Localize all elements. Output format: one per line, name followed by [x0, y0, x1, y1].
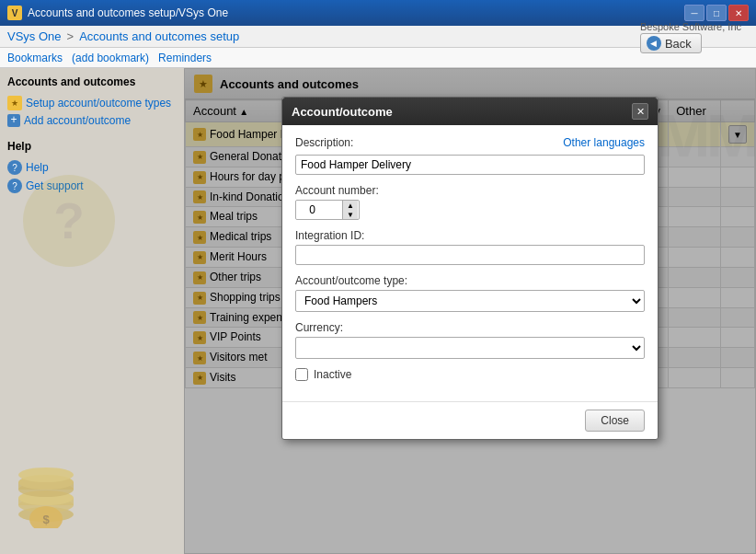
modal-title: Account/outcome [292, 105, 393, 119]
help-watermark: ? [23, 175, 115, 267]
account-number-label: Account number: [295, 184, 645, 197]
account-number-wrapper: ▲ ▼ [295, 200, 360, 220]
account-number-input[interactable] [296, 201, 342, 219]
add-bookmark-link[interactable]: (add bookmark) [72, 52, 149, 64]
nav-app-link[interactable]: VSys One [7, 29, 62, 43]
modal-footer: Close [282, 401, 658, 439]
close-button[interactable]: Close [585, 410, 645, 432]
add-link[interactable]: Add account/outcome [24, 114, 131, 127]
window-title: Accounts and outcomes setup/VSys One [28, 6, 228, 19]
currency-row: Currency: USD EUR GBP [295, 321, 645, 359]
nav-separator: > [67, 29, 74, 43]
sidebar-section-title: Accounts and outcomes [7, 75, 177, 88]
app-icon: V [7, 6, 22, 20]
bookmarks-link[interactable]: Bookmarks [7, 52, 63, 64]
integration-id-label: Integration ID: [295, 229, 645, 242]
nav-page-link[interactable]: Accounts and outcomes setup [79, 29, 239, 43]
modal-titlebar: Account/outcome ✕ [282, 98, 658, 125]
description-row: Description: Other languages [295, 136, 645, 175]
outcome-type-label: Account/outcome type: [295, 274, 645, 287]
help-section-title: Help [7, 140, 177, 153]
spin-down-button[interactable]: ▼ [343, 210, 358, 219]
back-icon: ◀ [647, 36, 661, 51]
inactive-checkbox[interactable] [295, 368, 308, 381]
modal-body: Description: Other languages Account num… [282, 125, 658, 401]
currency-label: Currency: [295, 321, 645, 334]
coin-stack-watermark: $ [9, 455, 83, 531]
help-icon: ? [7, 160, 22, 175]
other-languages-link[interactable]: Other languages [563, 136, 645, 149]
description-input[interactable] [295, 155, 645, 175]
sidebar-item-add[interactable]: + Add account/outcome [7, 112, 177, 129]
reminders-link[interactable]: Reminders [158, 52, 212, 64]
add-icon: + [7, 114, 20, 127]
setup-icon: ★ [7, 96, 22, 110]
nav-bar: VSys One > Accounts and outcomes setup B… [0, 26, 756, 48]
description-label: Description: [295, 136, 353, 149]
sidebar-item-help[interactable]: ? Help [7, 158, 177, 177]
currency-select[interactable]: USD EUR GBP [295, 337, 645, 359]
back-label: Back [665, 37, 692, 51]
support-icon: ? [7, 179, 22, 193]
account-number-row: Account number: ▲ ▼ [295, 184, 645, 220]
inactive-label: Inactive [314, 368, 351, 381]
coins-icon: $ [9, 455, 83, 528]
sidebar-item-setup[interactable]: ★ Setup account/outcome types [7, 94, 177, 112]
company-name: Bespoke Software, Inc [640, 21, 741, 32]
outcome-type-row: Account/outcome type: Food Hampers Donat… [295, 274, 645, 312]
number-spinners: ▲ ▼ [342, 201, 358, 219]
help-link[interactable]: Help [26, 161, 49, 174]
spin-up-button[interactable]: ▲ [343, 201, 358, 210]
outcome-type-select[interactable]: Food Hampers Donations Other In-kind don… [295, 290, 645, 312]
sidebar: Accounts and outcomes ★ Setup account/ou… [0, 68, 184, 554]
account-modal: Account/outcome ✕ Description: Other lan… [281, 97, 659, 440]
integration-id-row: Integration ID: [295, 229, 645, 265]
inactive-row: Inactive [295, 368, 645, 381]
setup-link[interactable]: Setup account/outcome types [26, 97, 171, 110]
back-button[interactable]: ◀ Back [640, 33, 702, 53]
modal-overlay: Account/outcome ✕ Description: Other lan… [185, 69, 755, 553]
svg-text:$: $ [42, 513, 50, 526]
integration-id-input[interactable] [295, 245, 645, 265]
content-area: ★ Accounts and outcomes MMMMMM Account A… [184, 68, 756, 554]
modal-close-button[interactable]: ✕ [632, 103, 648, 120]
svg-point-7 [18, 467, 74, 482]
